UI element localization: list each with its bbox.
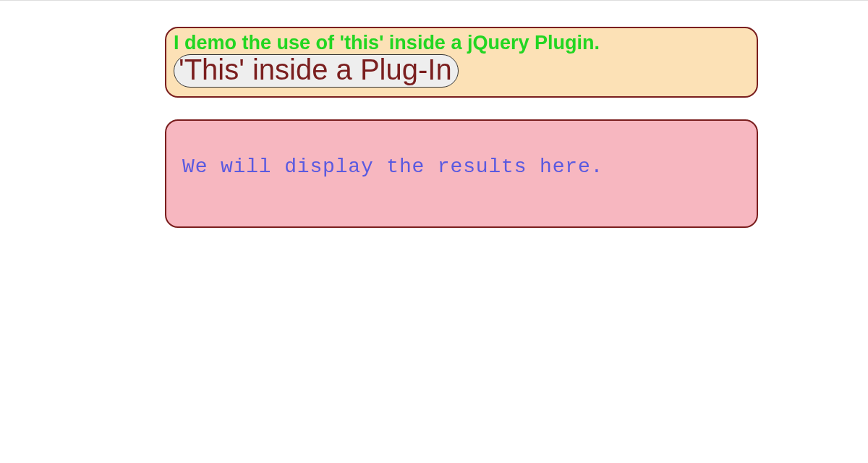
- demo-button[interactable]: 'This' inside a Plug-In: [174, 54, 459, 88]
- demo-heading: I demo the use of 'this' inside a jQuery…: [174, 33, 751, 53]
- content-wrapper: I demo the use of 'this' inside a jQuery…: [165, 27, 758, 228]
- result-display-panel: We will display the results here.: [165, 119, 758, 228]
- result-placeholder-text: We will display the results here.: [182, 156, 603, 178]
- demo-banner: I demo the use of 'this' inside a jQuery…: [165, 27, 758, 98]
